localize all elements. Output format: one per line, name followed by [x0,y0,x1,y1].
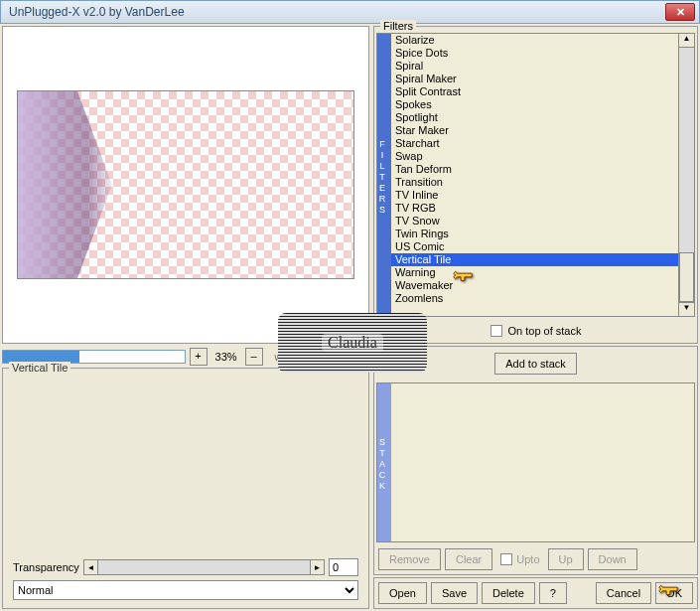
add-to-stack-button[interactable]: Add to stack [494,353,577,375]
filter-item[interactable]: Vertical Tile [391,253,678,266]
stack-label: Stack [380,340,414,352]
upto-label: Upto [516,553,539,565]
filter-item[interactable]: Spokes [391,98,678,111]
bottom-buttons: Open Save Delete ? Cancel OK [373,577,698,609]
filter-item[interactable]: TV Inline [391,189,678,202]
slider-left-icon[interactable]: ◄ [84,560,98,574]
filter-item[interactable]: TV RGB [391,202,678,215]
transparency-input[interactable] [329,558,358,576]
stack-tab[interactable]: STACK [377,383,391,541]
clear-button[interactable]: Clear [445,548,492,570]
blend-mode-select[interactable]: Normal [13,580,358,600]
slider-track[interactable] [98,560,310,574]
settings-fieldset: Vertical Tile Transparency ◄ ► Normal [2,368,369,609]
add-row: Add to stack [374,347,697,381]
scroll-up-icon[interactable]: ▲ [679,34,694,48]
ontop-checkbox[interactable] [490,325,502,337]
filter-item[interactable]: Wavemaker [391,279,678,292]
save-button[interactable]: Save [431,582,478,604]
filter-item[interactable]: US Comic [391,240,678,253]
filter-item[interactable]: Zoomlens [391,292,678,305]
filters-tab[interactable]: FILTERS [377,34,391,316]
filter-item[interactable]: Star Maker [391,124,678,137]
left-column: + 33% – www.VanDerLee.com Vertical Tile … [2,26,369,609]
stack-list[interactable] [391,383,694,541]
slider-right-icon[interactable]: ► [310,560,324,574]
zoom-out-button[interactable]: – [245,348,263,366]
ok-button[interactable]: OK [655,582,693,604]
ontop-row: On top of stack [374,319,697,343]
window-title: UnPlugged-X v2.0 by VanDerLee [5,5,665,19]
ontop-label: On top of stack [508,325,582,337]
transparency-label: Transparency [13,561,79,573]
filter-item[interactable]: Warning [391,266,678,279]
filters-body: FILTERS SolarizeSpice DotsSpiralSpiral M… [376,33,695,317]
close-icon: ✕ [676,6,685,19]
filter-item[interactable]: Split Contrast [391,85,678,98]
filters-fieldset: Filters FILTERS SolarizeSpice DotsSpiral… [373,26,698,344]
filter-item[interactable]: Starchart [391,137,678,150]
scroll-track[interactable] [679,48,694,302]
cancel-button[interactable]: Cancel [596,582,651,604]
stack-buttons: Remove Clear Upto Up Down [374,544,697,574]
scroll-thumb[interactable] [679,252,694,302]
open-button[interactable]: Open [378,582,427,604]
titlebar: UnPlugged-X v2.0 by VanDerLee ✕ [0,0,700,24]
right-column: Filters FILTERS SolarizeSpice DotsSpiral… [373,26,698,609]
zoom-in-button[interactable]: + [190,348,208,366]
preview-image[interactable] [17,90,354,279]
close-button[interactable]: ✕ [665,3,695,21]
down-button[interactable]: Down [588,548,637,570]
filter-item[interactable]: Spice Dots [391,47,678,60]
filters-label: Filters [380,20,416,32]
up-button[interactable]: Up [548,548,584,570]
filter-item[interactable]: Spiral [391,60,678,73]
blend-row: Normal [7,578,364,604]
upto-checkbox[interactable] [500,553,512,565]
filter-item[interactable]: Swap [391,150,678,163]
filters-list[interactable]: SolarizeSpice DotsSpiralSpiral MakerSpli… [391,34,678,316]
delete-button[interactable]: Delete [482,582,535,604]
filter-item[interactable]: Tan Deform [391,163,678,176]
transparency-slider[interactable]: ◄ ► [83,559,325,575]
zoom-value: 33% [211,351,241,363]
settings-label: Vertical Tile [9,362,70,374]
remove-button[interactable]: Remove [378,548,441,570]
preview-panel [2,26,369,344]
filter-item[interactable]: Transition [391,176,678,189]
filter-item[interactable]: Spiral Maker [391,73,678,85]
filter-item[interactable]: TV Snow [391,215,678,228]
filters-scrollbar[interactable]: ▲ ▼ [678,34,694,316]
watermark-text: www.VanDerLee.com [275,352,369,363]
scroll-down-icon[interactable]: ▼ [679,302,694,316]
filter-item[interactable]: Solarize [391,34,678,47]
help-button[interactable]: ? [539,582,567,604]
stack-fieldset: Stack Add to stack STACK Remove Clear Up… [373,346,698,575]
upto-wrap: Upto [500,553,539,565]
transparency-row: Transparency ◄ ► [7,556,364,578]
filter-item[interactable]: Twin Rings [391,228,678,240]
content: + 33% – www.VanDerLee.com Vertical Tile … [0,24,700,611]
stack-body: STACK [376,382,695,542]
filter-item[interactable]: Spotlight [391,111,678,124]
